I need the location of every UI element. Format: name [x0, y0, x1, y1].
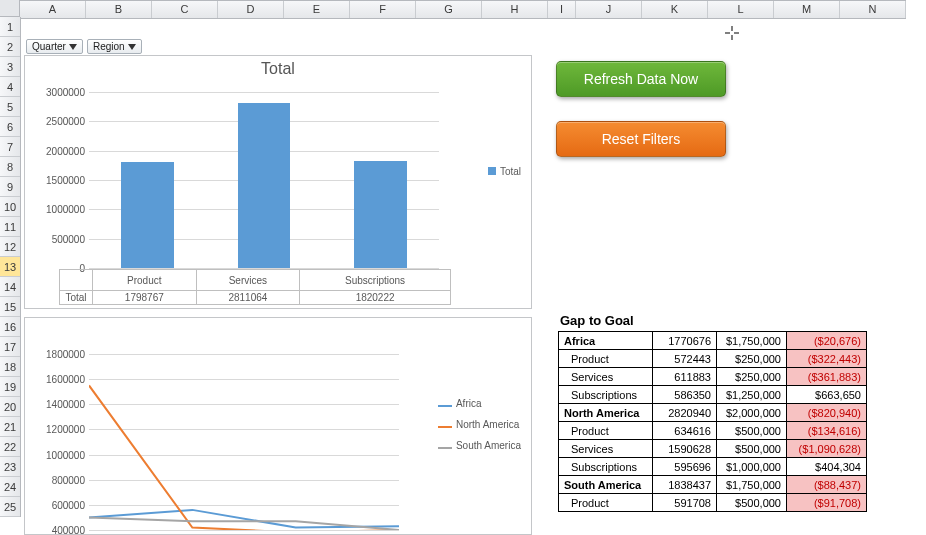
row-header-11[interactable]: 11 — [0, 217, 20, 237]
category-header: Subscriptions — [300, 270, 451, 291]
gap-label: Subscriptions — [559, 458, 653, 476]
column-header-j[interactable]: J — [576, 1, 642, 18]
row-header-15[interactable]: 15 — [0, 297, 20, 317]
y-tick-label: 2500000 — [46, 116, 89, 127]
gap-label: Product — [559, 350, 653, 368]
gap-label: Product — [559, 422, 653, 440]
column-header-h[interactable]: H — [482, 1, 548, 18]
y-tick-label: 800000 — [52, 474, 89, 485]
row-header-20[interactable]: 20 — [0, 397, 20, 417]
gap-goal: $2,000,000 — [717, 404, 787, 422]
column-header-l[interactable]: L — [708, 1, 774, 18]
row-header-19[interactable]: 19 — [0, 377, 20, 397]
gap-value: ($1,090,628) — [787, 440, 867, 458]
row-header-24[interactable]: 24 — [0, 477, 20, 497]
series-line-north-america — [89, 385, 399, 530]
bar-chart-legend: Total — [488, 166, 521, 177]
gap-actual: 591708 — [653, 494, 717, 512]
select-all-corner[interactable] — [0, 0, 20, 17]
row-header-8[interactable]: 8 — [0, 157, 20, 177]
gap-goal: $250,000 — [717, 368, 787, 386]
gap-label: Africa — [559, 332, 653, 350]
column-header-g[interactable]: G — [416, 1, 482, 18]
row-header-2[interactable]: 2 — [0, 37, 20, 57]
gap-actual: 595696 — [653, 458, 717, 476]
gap-value: ($361,883) — [787, 368, 867, 386]
line-chart-container[interactable]: 4000006000008000001000000120000014000001… — [24, 317, 532, 535]
row-header-6[interactable]: 6 — [0, 117, 20, 137]
pivot-filter-group-top: Quarter Region — [26, 39, 142, 54]
column-header-k[interactable]: K — [642, 1, 708, 18]
row-header-23[interactable]: 23 — [0, 457, 20, 477]
row-header-22[interactable]: 22 — [0, 437, 20, 457]
bar-product — [121, 162, 174, 268]
table-row: South America1838437$1,750,000($88,437) — [559, 476, 867, 494]
row-header-10[interactable]: 10 — [0, 197, 20, 217]
column-header-c[interactable]: C — [152, 1, 218, 18]
table-row: Africa1770676$1,750,000($20,676) — [559, 332, 867, 350]
gap-value: $663,650 — [787, 386, 867, 404]
row-header-18[interactable]: 18 — [0, 357, 20, 377]
gap-to-goal-table: Africa1770676$1,750,000($20,676)Product5… — [558, 331, 867, 512]
y-tick-label: 2000000 — [46, 145, 89, 156]
gap-to-goal-title: Gap to Goal — [560, 313, 634, 328]
row-header-14[interactable]: 14 — [0, 277, 20, 297]
table-value: 1820222 — [300, 291, 451, 305]
row-header-4[interactable]: 4 — [0, 77, 20, 97]
table-row: Services611883$250,000($361,883) — [559, 368, 867, 386]
table-value: 2811064 — [196, 291, 300, 305]
region-filter-button[interactable]: Region — [87, 39, 142, 54]
column-header-i[interactable]: I — [548, 1, 576, 18]
y-tick-label: 3000000 — [46, 87, 89, 98]
gap-value: ($134,616) — [787, 422, 867, 440]
gap-label: Services — [559, 440, 653, 458]
table-row: Product572443$250,000($322,443) — [559, 350, 867, 368]
column-header-e[interactable]: E — [284, 1, 350, 18]
bar-chart-container[interactable]: Total 0500000100000015000002000000250000… — [24, 55, 532, 309]
column-header-f[interactable]: F — [350, 1, 416, 18]
column-header-m[interactable]: M — [774, 1, 840, 18]
quarter-filter-button[interactable]: Quarter — [26, 39, 83, 54]
table-row: Product591708$500,000($91,708) — [559, 494, 867, 512]
row-header-17[interactable]: 17 — [0, 337, 20, 357]
row-header-12[interactable]: 12 — [0, 237, 20, 257]
gap-actual: 2820940 — [653, 404, 717, 422]
gap-goal: $1,250,000 — [717, 386, 787, 404]
column-header-n[interactable]: N — [840, 1, 906, 18]
column-header-d[interactable]: D — [218, 1, 284, 18]
y-tick-label: 1500000 — [46, 175, 89, 186]
legend-item-south-america: South America — [438, 440, 521, 451]
y-tick-label: 1800000 — [46, 349, 89, 360]
gap-value: ($20,676) — [787, 332, 867, 350]
row-headers: 1234567891011121314151617181920212223242… — [0, 17, 21, 517]
category-header: Services — [196, 270, 300, 291]
row-header-16[interactable]: 16 — [0, 317, 20, 337]
row-header-1[interactable]: 1 — [0, 17, 20, 37]
row-header-21[interactable]: 21 — [0, 417, 20, 437]
gap-label: South America — [559, 476, 653, 494]
refresh-data-button[interactable]: Refresh Data Now — [556, 61, 726, 97]
reset-filters-label: Reset Filters — [602, 131, 681, 147]
y-tick-label: 500000 — [52, 233, 89, 244]
row-header-3[interactable]: 3 — [0, 57, 20, 77]
legend-line-north-america — [438, 426, 452, 428]
gap-goal: $1,750,000 — [717, 476, 787, 494]
table-row: Subscriptions595696$1,000,000$404,304 — [559, 458, 867, 476]
legend-label-north-america: North America — [456, 419, 519, 430]
table-row: Services1590628$500,000($1,090,628) — [559, 440, 867, 458]
reset-filters-button[interactable]: Reset Filters — [556, 121, 726, 157]
column-header-b[interactable]: B — [86, 1, 152, 18]
y-tick-label: 400000 — [52, 525, 89, 536]
row-header-13[interactable]: 13 — [0, 257, 20, 277]
gap-goal: $500,000 — [717, 440, 787, 458]
gap-goal: $500,000 — [717, 422, 787, 440]
table-value: 1798767 — [93, 291, 197, 305]
column-header-a[interactable]: A — [20, 1, 86, 18]
cell-cursor-icon — [724, 25, 740, 41]
row-header-25[interactable]: 25 — [0, 497, 20, 517]
row-header-5[interactable]: 5 — [0, 97, 20, 117]
gap-label: Services — [559, 368, 653, 386]
row-header-9[interactable]: 9 — [0, 177, 20, 197]
row-header-7[interactable]: 7 — [0, 137, 20, 157]
gap-value: ($322,443) — [787, 350, 867, 368]
